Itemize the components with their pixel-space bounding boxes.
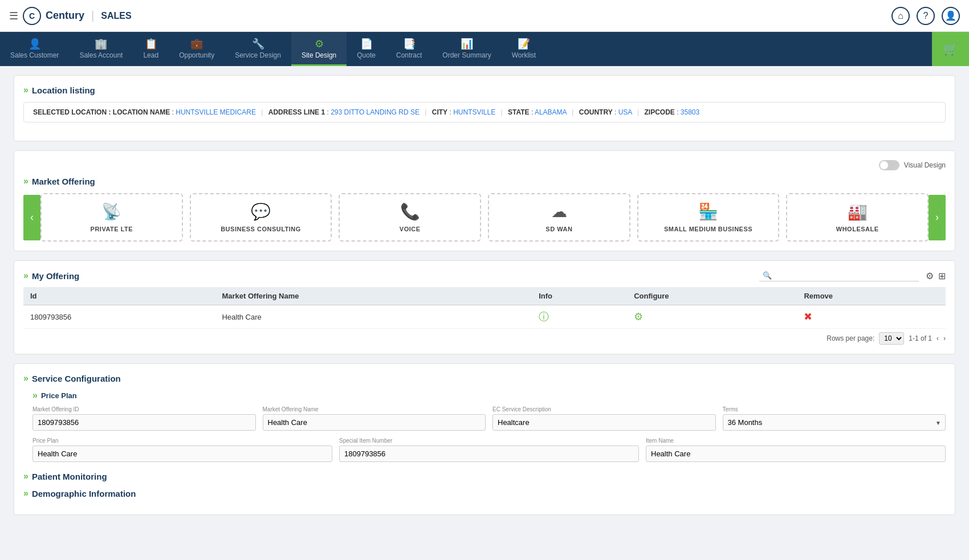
city-label: CITY [432, 108, 447, 116]
price-plan-label: Price Plan [32, 438, 332, 444]
price-plan-arrow: » [32, 390, 38, 400]
brand-area: ☰ C Century | SALES [9, 7, 132, 25]
wholesale-icon: 🏭 [848, 202, 868, 221]
market-offering-id-input[interactable] [32, 414, 256, 431]
offering-private-lte[interactable]: 📡 PRIVATE LTE [40, 193, 183, 242]
user-icon[interactable]: 👤 [942, 7, 960, 25]
nav-lead[interactable]: 📋 Lead [133, 32, 169, 66]
item-name-label: Item Name [646, 438, 946, 444]
nav-label-opportunity: Opportunity [179, 51, 214, 59]
ec-service-desc-label: EC Service Description [492, 406, 716, 412]
rows-per-page-select[interactable]: 10 25 50 [879, 332, 904, 345]
my-offering-header: » My Offering 🔍 ⚙ ⊞ [23, 270, 946, 281]
terms-select[interactable]: 36 Months 12 Months 24 Months [723, 414, 946, 431]
table-row: 1809793856 Health Care ⓘ ⚙ ✖ [23, 305, 946, 329]
price-plan-input[interactable] [32, 445, 332, 462]
row-configure-cell: ⚙ [627, 305, 797, 329]
price-plan-header: » Price Plan [32, 390, 946, 400]
nav-label-site-design: Site Design [302, 51, 336, 59]
market-offering-arrow: » [23, 176, 28, 186]
market-offering-header: » Market Offering [23, 176, 946, 186]
row-id: 1809793856 [23, 305, 215, 329]
nav-opportunity[interactable]: 💼 Opportunity [169, 32, 225, 66]
nav-service-design[interactable]: 🔧 Service Design [225, 32, 291, 66]
my-offering-arrow: » [23, 271, 28, 281]
market-offering-id-field: Market Offering ID [32, 406, 256, 431]
help-icon[interactable]: ? [917, 7, 935, 25]
location-listing-card: » Location listing SELECTED LOCATION : L… [14, 75, 955, 141]
configure-icon[interactable]: ⚙ [634, 311, 643, 322]
offering-wholesale[interactable]: 🏭 WHOLESALE [786, 193, 929, 242]
offering-search-input[interactable] [775, 271, 912, 280]
nav-label-sales-account: Sales Account [79, 51, 123, 59]
terms-field: Terms 36 Months 12 Months 24 Months [723, 406, 946, 431]
nav-sales-account[interactable]: 🏢 Sales Account [69, 32, 133, 66]
contract-icon: 📑 [403, 38, 416, 50]
nav-quote[interactable]: 📄 Quote [347, 32, 386, 66]
country-label: COUNTRY [579, 108, 613, 116]
private-lte-label: PRIVATE LTE [91, 226, 133, 232]
nav-label-contract: Contract [396, 51, 422, 59]
nav-site-design[interactable]: ⚙ Site Design [291, 32, 347, 66]
ec-service-desc-input[interactable] [492, 414, 716, 431]
terms-select-wrapper: 36 Months 12 Months 24 Months [723, 414, 946, 431]
grid-icon[interactable]: ⊞ [938, 271, 946, 281]
remove-icon[interactable]: ✖ [804, 311, 812, 322]
hamburger-icon[interactable]: ☰ [9, 10, 18, 22]
rows-per-page-label: Rows per page: [826, 334, 874, 342]
location-bar: SELECTED LOCATION : LOCATION NAME : HUNT… [23, 102, 946, 122]
nav-worklist[interactable]: 📝 Worklist [502, 32, 546, 66]
top-bar: ☰ C Century | SALES ⌂ ? 👤 [0, 0, 969, 32]
offering-voice[interactable]: 📞 VOICE [339, 193, 481, 242]
market-offering-name-input[interactable] [263, 414, 486, 431]
patient-monitoring-arrow: » [23, 471, 28, 481]
special-item-number-input[interactable] [339, 445, 639, 462]
table-footer: Rows per page: 10 25 50 1-1 of 1 ‹ › [23, 332, 946, 345]
pagination-prev-icon[interactable]: ‹ [937, 334, 939, 342]
country-value: USA [618, 108, 632, 116]
search-icon: 🔍 [763, 271, 772, 280]
special-item-number-label: Special Item Number [339, 438, 639, 444]
home-icon[interactable]: ⌂ [891, 7, 910, 25]
offering-search-box[interactable]: 🔍 [759, 270, 919, 281]
address-value: 293 DITTO LANDING RD SE [331, 108, 420, 116]
my-offering-table: Id Market Offering Name Info Configure R… [23, 287, 946, 329]
offerings-prev-button[interactable]: ‹ [23, 195, 40, 240]
item-name-input[interactable] [646, 445, 946, 462]
nav-bar: 👤 Sales Customer 🏢 Sales Account 📋 Lead … [0, 32, 969, 66]
offerings-next-button[interactable]: › [929, 195, 946, 240]
main-content: » Location listing SELECTED LOCATION : L… [0, 66, 969, 560]
service-design-icon: 🔧 [252, 38, 264, 50]
cart-button[interactable]: 🛒 [932, 32, 969, 66]
city-value: HUNTSVILLE [453, 108, 495, 116]
offerings-row: ‹ 📡 PRIVATE LTE 💬 BUSINESS CONSULTING 📞 … [23, 193, 946, 242]
price-plan-form-row2: Price Plan Special Item Number Item Name [32, 438, 946, 462]
info-icon[interactable]: ⓘ [539, 311, 549, 322]
nav-sales-customer[interactable]: 👤 Sales Customer [0, 32, 69, 66]
col-configure: Configure [627, 287, 797, 305]
state-value: ALABAMA [535, 108, 567, 116]
nav-label-lead: Lead [143, 51, 158, 59]
brand-divider: | [91, 9, 94, 22]
filter-icon[interactable]: ⚙ [926, 271, 934, 281]
brand-name: Century [46, 10, 84, 22]
table-icons: ⚙ ⊞ [926, 271, 946, 281]
demographic-information-header: » Demographic Information [23, 488, 946, 498]
col-name: Market Offering Name [215, 287, 532, 305]
demographic-arrow: » [23, 488, 28, 498]
offering-sd-wan[interactable]: ☁ SD WAN [488, 193, 630, 242]
visual-design-toggle[interactable] [879, 160, 899, 170]
nav-order-summary[interactable]: 📊 Order Summary [432, 32, 501, 66]
nav-contract[interactable]: 📑 Contract [386, 32, 432, 66]
patient-monitoring-title: Patient Monitoring [32, 472, 107, 481]
price-plan-title: Price Plan [41, 391, 77, 400]
terms-label: Terms [723, 406, 946, 412]
col-info: Info [532, 287, 627, 305]
service-configuration-header: » Service Configuration [23, 373, 946, 383]
service-config-arrow: » [23, 373, 28, 383]
private-lte-icon: 📡 [101, 202, 121, 221]
offering-smb[interactable]: 🏪 SMALL MEDIUM BUSINESS [637, 193, 780, 242]
offering-business-consulting[interactable]: 💬 BUSINESS CONSULTING [190, 193, 332, 242]
patient-monitoring-header: » Patient Monitoring [23, 471, 946, 481]
pagination-next-icon[interactable]: › [943, 334, 946, 342]
